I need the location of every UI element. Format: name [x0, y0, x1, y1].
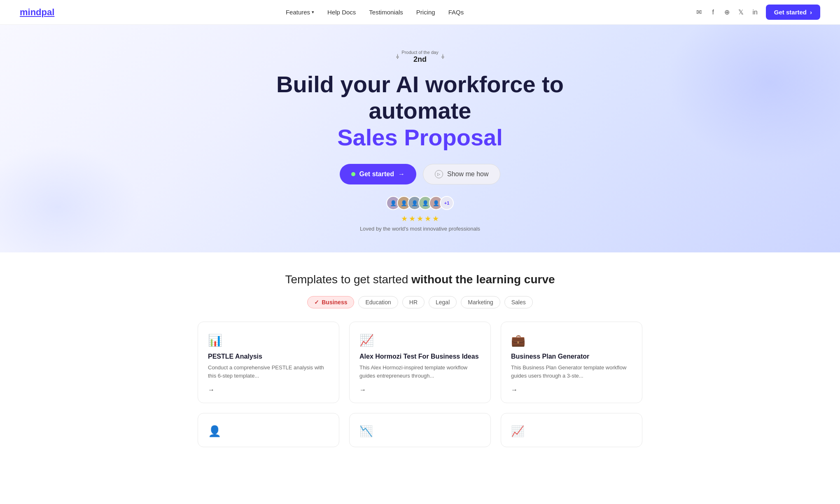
navbar: mindpal Features ▾ Help Docs Testimonial… [0, 0, 840, 25]
template-card-business-plan[interactable]: 💼 Business Plan Generator This Business … [501, 322, 642, 403]
template-card-partial-1[interactable]: 👤 [198, 413, 339, 447]
card-arrow-pestle: → [208, 386, 329, 394]
linkedin-icon[interactable]: in [751, 8, 759, 16]
show-me-how-button[interactable]: ▷ Show me how [423, 164, 501, 184]
card-icon-pestle: 📊 [208, 334, 329, 347]
arrow-right-icon: → [398, 170, 405, 178]
nav-faqs[interactable]: FAQs [448, 9, 464, 16]
stars-row: ★ ★ ★ ★ ★ [20, 214, 820, 223]
filter-tab-marketing[interactable]: Marketing [461, 296, 500, 308]
laurel-right-icon: ⸸ [441, 53, 444, 61]
facebook-icon[interactable]: f [709, 8, 717, 16]
nav-features[interactable]: Features ▾ [286, 9, 314, 16]
card-icon-business-plan: 💼 [511, 334, 632, 347]
templates-title: Templates to get started without the lea… [20, 273, 820, 286]
hero-title: Build your AI workforce to automate Sale… [20, 71, 820, 151]
hero-cta: Get started → ▷ Show me how [20, 164, 820, 184]
discord-icon[interactable]: ⊕ [723, 8, 731, 16]
product-badge: ⸸ Product of the day 2nd ⸸ [396, 49, 444, 64]
status-dot-icon [351, 172, 355, 176]
chevron-down-icon: ▾ [312, 9, 314, 15]
template-cards-partial-grid: 👤 📉 📈 [198, 413, 642, 447]
play-icon: ▷ [435, 170, 443, 178]
filter-tab-education[interactable]: Education [358, 296, 398, 308]
hero-section: ⸸ Product of the day 2nd ⸸ Build your AI… [0, 25, 840, 252]
nav-right: ✉ f ⊕ 𝕏 in Get started › [695, 5, 820, 20]
nav-pricing[interactable]: Pricing [416, 9, 435, 16]
card-icon-hormozi: 📈 [359, 334, 481, 347]
template-cards-grid: 📊 PESTLE Analysis Conduct a comprehensiv… [198, 322, 642, 403]
card-desc-business-plan: This Business Plan Generator template wo… [511, 364, 632, 380]
star-icon: ★ [401, 214, 408, 223]
card-title-pestle: PESTLE Analysis [208, 353, 329, 360]
logo[interactable]: mindpal [20, 7, 54, 18]
star-icon: ★ [417, 214, 423, 223]
badge-prefix: Product of the day 2nd [401, 49, 438, 64]
check-icon: ✓ [314, 299, 319, 306]
email-icon[interactable]: ✉ [695, 8, 703, 16]
laurel-left-icon: ⸸ [396, 53, 399, 61]
nav-links: Features ▾ Help Docs Testimonials Pricin… [286, 9, 464, 16]
nav-social-icons: ✉ f ⊕ 𝕏 in [695, 8, 759, 16]
card-arrow-hormozi: → [359, 386, 481, 394]
twitter-icon[interactable]: 𝕏 [737, 8, 745, 16]
arrow-right-icon: › [810, 9, 812, 16]
card-icon-partial-1: 👤 [208, 425, 329, 438]
nav-get-started-button[interactable]: Get started › [766, 5, 820, 20]
card-title-business-plan: Business Plan Generator [511, 353, 632, 360]
card-arrow-business-plan: → [511, 386, 632, 394]
card-desc-pestle: Conduct a comprehensive PESTLE analysis … [208, 364, 329, 380]
template-card-partial-2[interactable]: 📉 [349, 413, 491, 447]
card-desc-hormozi: This Alex Hormozi-inspired template work… [359, 364, 481, 380]
avatar-plus: +1 [440, 196, 454, 210]
template-card-hormozi[interactable]: 📈 Alex Hormozi Test For Business Ideas T… [349, 322, 491, 403]
card-icon-partial-3: 📈 [511, 425, 632, 438]
filter-tab-legal[interactable]: Legal [429, 296, 457, 308]
templates-section: Templates to get started without the lea… [0, 252, 840, 460]
filter-tabs: ✓ Business Education HR Legal Marketing … [20, 296, 820, 308]
get-started-hero-button[interactable]: Get started → [340, 164, 416, 184]
avatars-row: 👤 👤 👤 👤 👤 +1 [20, 196, 820, 210]
nav-help-docs[interactable]: Help Docs [327, 9, 356, 16]
star-icon: ★ [432, 214, 439, 223]
star-icon: ★ [409, 214, 415, 223]
template-card-partial-3[interactable]: 📈 [501, 413, 642, 447]
card-title-hormozi: Alex Hormozi Test For Business Ideas [359, 353, 481, 360]
star-icon: ★ [425, 214, 431, 223]
filter-tab-hr[interactable]: HR [402, 296, 425, 308]
card-icon-partial-2: 📉 [359, 425, 481, 438]
filter-tab-business[interactable]: ✓ Business [307, 296, 354, 308]
hero-subtitle: Loved by the world's most innovative pro… [20, 226, 820, 232]
template-card-pestle[interactable]: 📊 PESTLE Analysis Conduct a comprehensiv… [198, 322, 339, 403]
filter-tab-sales[interactable]: Sales [504, 296, 533, 308]
nav-testimonials[interactable]: Testimonials [369, 9, 403, 16]
